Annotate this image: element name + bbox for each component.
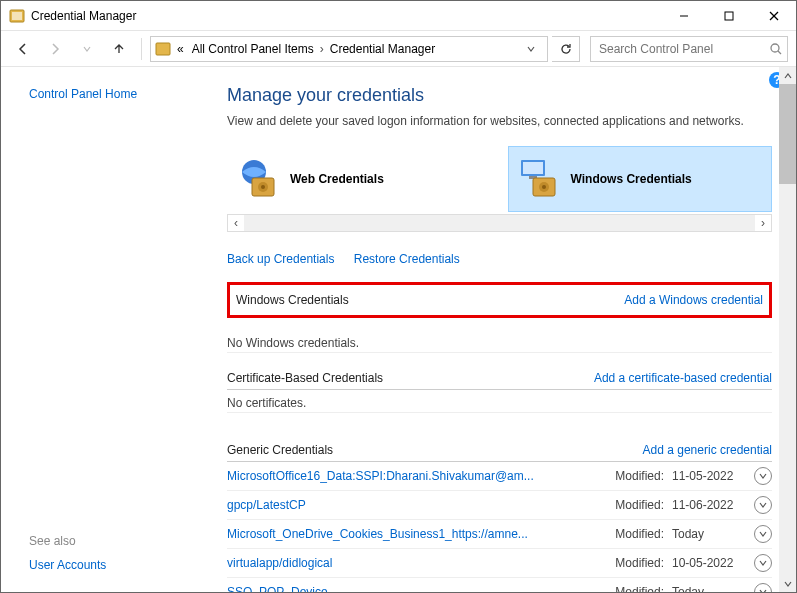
- navbar: « All Control Panel Items › Credential M…: [1, 31, 796, 67]
- titlebar: Credential Manager: [1, 1, 796, 31]
- section-title: Generic Credentials: [227, 443, 333, 457]
- chevron-down-icon[interactable]: [754, 525, 772, 543]
- scroll-left-icon[interactable]: ‹: [228, 215, 244, 231]
- chevron-down-icon[interactable]: [754, 554, 772, 572]
- horizontal-scrollbar[interactable]: ‹ ›: [227, 214, 772, 232]
- credential-name[interactable]: MicrosoftOffice16_Data:SSPI:Dharani.Shiv…: [227, 469, 607, 483]
- section-title: Certificate-Based Credentials: [227, 371, 383, 385]
- control-panel-home-link[interactable]: Control Panel Home: [29, 87, 211, 101]
- address-dropdown[interactable]: [519, 37, 543, 61]
- windows-credentials-empty: No Windows credentials.: [227, 330, 772, 353]
- credential-name[interactable]: gpcp/LatestCP: [227, 498, 607, 512]
- see-also-label: See also: [29, 534, 211, 548]
- add-generic-credential-link[interactable]: Add a generic credential: [643, 443, 772, 457]
- svg-rect-3: [725, 12, 733, 20]
- svg-line-8: [778, 51, 781, 54]
- scroll-up-icon[interactable]: [779, 67, 796, 84]
- chevron-right-icon[interactable]: ›: [320, 42, 324, 56]
- maximize-button[interactable]: [706, 1, 751, 31]
- scroll-down-icon[interactable]: [779, 575, 796, 592]
- minimize-button[interactable]: [661, 1, 706, 31]
- separator: [141, 38, 142, 60]
- windows-credentials-section: Windows Credentials Add a Windows creden…: [227, 282, 772, 318]
- modified-label: Modified:: [615, 556, 664, 570]
- modified-date: 10-05-2022: [672, 556, 746, 570]
- forward-button[interactable]: [41, 35, 69, 63]
- modified-label: Modified:: [615, 585, 664, 592]
- refresh-button[interactable]: [552, 36, 580, 62]
- search-icon[interactable]: [769, 42, 783, 56]
- certificate-credentials-section: Certificate-Based Credentials Add a cert…: [227, 367, 772, 413]
- svg-point-14: [261, 185, 265, 189]
- chevron-down-icon[interactable]: [754, 583, 772, 592]
- scroll-thumb[interactable]: [779, 84, 796, 184]
- back-button[interactable]: [9, 35, 37, 63]
- svg-rect-6: [156, 43, 170, 55]
- vertical-scrollbar[interactable]: [779, 67, 796, 592]
- sidebar: Control Panel Home See also User Account…: [1, 67, 211, 592]
- tile-web-credentials[interactable]: Web Credentials: [227, 146, 492, 212]
- chevron-down-icon[interactable]: [754, 496, 772, 514]
- modified-date: Today: [672, 527, 746, 541]
- app-icon: [9, 8, 25, 24]
- window-title: Credential Manager: [31, 9, 661, 23]
- svg-point-7: [771, 44, 779, 52]
- monitor-safe-icon: [519, 158, 561, 200]
- address-bar[interactable]: « All Control Panel Items › Credential M…: [150, 36, 548, 62]
- tile-label: Web Credentials: [290, 172, 384, 186]
- credential-name[interactable]: SSO_POP_Device: [227, 585, 607, 592]
- credential-row[interactable]: MicrosoftOffice16_Data:SSPI:Dharani.Shiv…: [227, 462, 772, 491]
- modified-label: Modified:: [615, 469, 664, 483]
- page-title: Manage your credentials: [227, 85, 772, 106]
- credential-row[interactable]: Microsoft_OneDrive_Cookies_Business1_htt…: [227, 520, 772, 549]
- modified-date: 11-05-2022: [672, 469, 746, 483]
- modified-date: Today: [672, 585, 746, 592]
- breadcrumb-item[interactable]: All Control Panel Items: [190, 42, 316, 56]
- backup-credentials-link[interactable]: Back up Credentials: [227, 252, 334, 266]
- recent-dropdown[interactable]: [73, 35, 101, 63]
- user-accounts-link[interactable]: User Accounts: [29, 558, 106, 572]
- credential-row[interactable]: gpcp/LatestCPModified:11-06-2022: [227, 491, 772, 520]
- search-input[interactable]: [599, 42, 769, 56]
- page-subtitle: View and delete your saved logon informa…: [227, 114, 772, 128]
- scroll-track[interactable]: [779, 184, 796, 575]
- svg-rect-1: [12, 12, 22, 20]
- svg-rect-16: [523, 162, 543, 174]
- modified-label: Modified:: [615, 498, 664, 512]
- scroll-right-icon[interactable]: ›: [755, 215, 771, 231]
- section-title: Windows Credentials: [236, 293, 349, 307]
- search-box[interactable]: [590, 36, 788, 62]
- tile-windows-credentials[interactable]: Windows Credentials: [508, 146, 773, 212]
- credential-row[interactable]: virtualapp/didlogicalModified:10-05-2022: [227, 549, 772, 578]
- breadcrumb-item[interactable]: Credential Manager: [328, 42, 437, 56]
- content-area: Manage your credentials View and delete …: [211, 67, 796, 592]
- credential-name[interactable]: Microsoft_OneDrive_Cookies_Business1_htt…: [227, 527, 607, 541]
- add-certificate-credential-link[interactable]: Add a certificate-based credential: [594, 371, 772, 385]
- modified-date: 11-06-2022: [672, 498, 746, 512]
- close-button[interactable]: [751, 1, 796, 31]
- add-windows-credential-link[interactable]: Add a Windows credential: [624, 293, 763, 307]
- location-icon: [155, 41, 171, 57]
- restore-credentials-link[interactable]: Restore Credentials: [354, 252, 460, 266]
- credential-name[interactable]: virtualapp/didlogical: [227, 556, 607, 570]
- chevron-down-icon[interactable]: [754, 467, 772, 485]
- globe-safe-icon: [238, 158, 280, 200]
- breadcrumb-prefix: «: [175, 42, 186, 56]
- up-button[interactable]: [105, 35, 133, 63]
- svg-point-20: [542, 185, 546, 189]
- certificate-credentials-empty: No certificates.: [227, 390, 772, 413]
- tile-label: Windows Credentials: [571, 172, 692, 186]
- generic-credentials-section: Generic Credentials Add a generic creden…: [227, 439, 772, 592]
- modified-label: Modified:: [615, 527, 664, 541]
- scroll-track[interactable]: [244, 215, 755, 231]
- credential-row[interactable]: SSO_POP_DeviceModified:Today: [227, 578, 772, 592]
